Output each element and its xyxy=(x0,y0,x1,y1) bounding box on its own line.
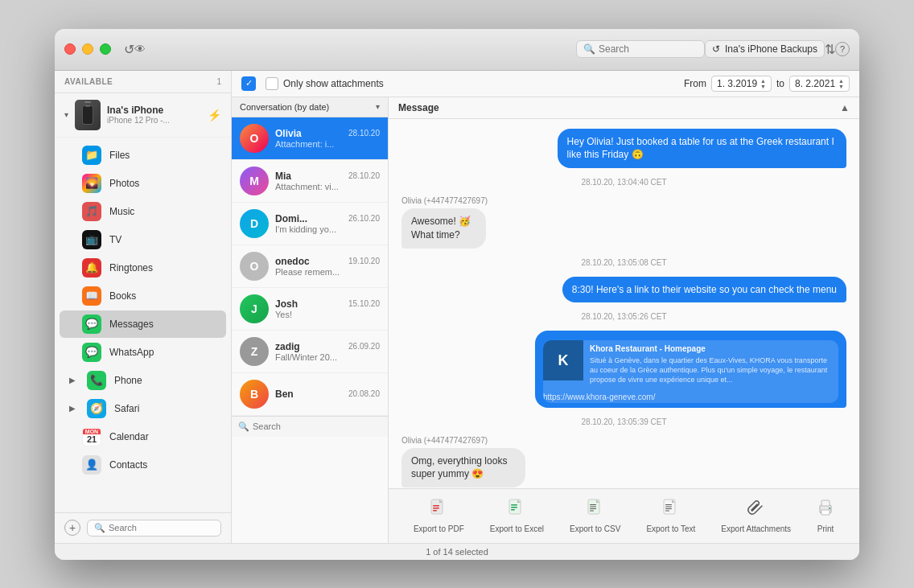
to-date-spinner[interactable]: ▲ ▼ xyxy=(838,78,844,89)
svg-rect-15 xyxy=(590,504,596,505)
sidebar-item-phone[interactable]: ▶ 📞 Phone xyxy=(60,367,226,394)
message-row-link: K Khora Restaurant - Homepage Situé à Ge… xyxy=(401,331,846,407)
sidebar-item-tv[interactable]: 📺 TV xyxy=(60,226,226,253)
export-text-button[interactable]: Export to Text xyxy=(636,495,705,537)
avatar-olivia: O xyxy=(240,124,269,153)
svg-rect-18 xyxy=(590,510,594,511)
messages-icon: 💬 xyxy=(82,315,101,334)
sidebar-item-label: WhatsApp xyxy=(109,347,154,358)
avatar-josh: J xyxy=(240,294,269,323)
sidebar-item-calendar[interactable]: MON 21 Calendar xyxy=(60,423,226,450)
svg-rect-26 xyxy=(821,500,830,506)
conv-date: 28.10.20 xyxy=(348,171,380,180)
sidebar-item-files[interactable]: 📁 Files xyxy=(60,142,226,169)
title-search-bar[interactable]: 🔍 xyxy=(576,40,705,58)
link-preview-text: Khora Restaurant - Homepage Situé à Genè… xyxy=(583,340,838,388)
avatar-mia: M xyxy=(240,167,269,195)
sidebar-item-messages[interactable]: 💬 Messages xyxy=(60,310,226,338)
sidebar-item-whatsapp[interactable]: 💬 WhatsApp xyxy=(60,339,226,366)
from-date-value: 1. 3.2019 xyxy=(717,78,757,89)
device-selector-icon: ↺ xyxy=(712,43,720,55)
sidebar-item-label: Phone xyxy=(114,375,142,386)
sidebar-item-ringtones[interactable]: 🔔 Ringtones xyxy=(60,254,226,282)
sidebar-search-input[interactable] xyxy=(109,523,214,532)
message-sender: Olivia (+447477427697) xyxy=(401,196,488,205)
add-button[interactable]: + xyxy=(64,520,80,536)
conv-date: 26.09.20 xyxy=(348,342,380,351)
minimize-button[interactable] xyxy=(82,43,93,55)
spinner-up[interactable]: ▲ xyxy=(838,78,844,84)
svg-rect-12 xyxy=(511,509,515,511)
conv-item-ben[interactable]: B Ben 20.08.20 xyxy=(232,373,388,416)
device-connect-icon: ⚡ xyxy=(208,109,221,121)
conv-item-onedoc[interactable]: O onedoc 19.10.20 Please remem... xyxy=(232,245,388,288)
app-window: ↺ 👁 🔍 ↺ Ina's iPhone Backups ⇅ ? AVAILAB… xyxy=(55,29,859,560)
conv-item-josh[interactable]: J Josh 15.10.20 Yes! xyxy=(232,288,388,331)
conv-date: 15.10.20 xyxy=(348,299,380,308)
message-bubble-received: Omg, everything looks super yummy 😍 xyxy=(401,448,525,488)
export-pdf-button[interactable]: Export to PDF xyxy=(404,495,474,537)
attachments-checkbox[interactable] xyxy=(266,77,278,90)
conv-item-mia[interactable]: M Mia 28.10.20 Attachment: vi... xyxy=(232,160,388,203)
to-date-input[interactable]: 8. 2.2021 ▲ ▼ xyxy=(789,76,850,92)
export-attachments-button[interactable]: Export Attachments xyxy=(711,495,801,537)
books-icon: 📖 xyxy=(82,286,101,306)
device-row[interactable]: ▾ Ina's iPhone iPhone 12 Pro -... ⚡ xyxy=(55,93,231,138)
svg-rect-23 xyxy=(665,508,672,509)
conv-item-olivia[interactable]: O Olivia 28.10.20 Attachment: i... xyxy=(232,117,388,160)
link-preview-url[interactable]: https://www.khora-geneve.com/ xyxy=(543,392,838,403)
sidebar-item-label: Messages xyxy=(109,319,154,330)
conv-name: Olivia xyxy=(275,128,302,139)
conv-name: Josh xyxy=(275,298,298,310)
photos-icon: 🌄 xyxy=(82,174,101,193)
sort-chevron-icon[interactable]: ▾ xyxy=(376,102,380,111)
sidebar-item-safari[interactable]: ▶ 🧭 Safari xyxy=(60,395,226,422)
tv-icon: 📺 xyxy=(82,230,101,249)
svg-rect-10 xyxy=(511,504,517,506)
sidebar-item-music[interactable]: 🎵 Music xyxy=(60,198,226,225)
attachments-toggle[interactable]: Only show attachments xyxy=(266,77,384,90)
sidebar-item-books[interactable]: 📖 Books xyxy=(60,282,226,310)
from-date-spinner[interactable]: ▲ ▼ xyxy=(760,78,766,89)
avatar-ben: B xyxy=(240,380,269,409)
select-checkbox[interactable]: ✓ xyxy=(241,76,256,91)
excel-icon xyxy=(508,499,525,522)
export-excel-button[interactable]: Export to Excel xyxy=(480,495,554,537)
csv-icon xyxy=(587,499,604,522)
expand-icon: ▶ xyxy=(69,376,76,384)
sidebar-item-label: Books xyxy=(109,290,136,302)
print-button[interactable]: Print xyxy=(807,495,844,537)
maximize-button[interactable] xyxy=(100,43,111,55)
device-selector[interactable]: ↺ Ina's iPhone Backups xyxy=(705,40,825,58)
conversation-list: Conversation (by date) ▾ O Olivia 28.10.… xyxy=(232,97,389,543)
spinner-up[interactable]: ▲ xyxy=(760,78,766,84)
eye-icon[interactable]: 👁 xyxy=(134,43,146,56)
title-search-input[interactable] xyxy=(599,43,698,55)
spinner-down[interactable]: ▼ xyxy=(760,84,766,89)
from-date-input[interactable]: 1. 3.2019 ▲ ▼ xyxy=(711,76,772,92)
conv-name: Mia xyxy=(275,171,291,182)
spinner-down[interactable]: ▼ xyxy=(838,84,844,89)
export-csv-button[interactable]: Export to CSV xyxy=(560,495,630,537)
reload-icon[interactable]: ↺ xyxy=(124,42,134,57)
conv-item-zadig[interactable]: Z zadig 26.09.20 Fall/Winter 20... xyxy=(232,331,388,373)
device-model: iPhone 12 Pro -... xyxy=(107,116,201,125)
message-timestamp: 28.10.20, 13:05:08 CET xyxy=(401,258,846,267)
conv-search-input[interactable] xyxy=(253,421,381,431)
collapse-button[interactable]: ▲ xyxy=(840,102,850,113)
svg-rect-7 xyxy=(433,510,437,512)
sidebar-item-contacts[interactable]: 👤 Contacts xyxy=(60,451,226,479)
conv-name: onedoc xyxy=(275,256,310,267)
message-bubble-link: K Khora Restaurant - Homepage Situé à Ge… xyxy=(535,331,846,407)
close-button[interactable] xyxy=(64,43,76,55)
sidebar-item-photos[interactable]: 🌄 Photos xyxy=(60,170,226,197)
transfer-icon[interactable]: ⇅ xyxy=(825,42,835,57)
svg-rect-6 xyxy=(433,508,439,509)
conv-search[interactable]: 🔍 xyxy=(232,416,388,437)
sidebar-search[interactable]: 🔍 xyxy=(87,520,221,537)
message-panel: Message ▲ Hey Olivia! Just booked a tabl… xyxy=(389,97,859,543)
expand-icon: ▶ xyxy=(69,404,76,413)
conv-item-domi[interactable]: D Domi... 26.10.20 I'm kidding yo... xyxy=(232,203,388,245)
link-preview-desc: Situé à Genève, dans le quartier des Eau… xyxy=(590,356,832,384)
help-button[interactable]: ? xyxy=(835,42,850,56)
